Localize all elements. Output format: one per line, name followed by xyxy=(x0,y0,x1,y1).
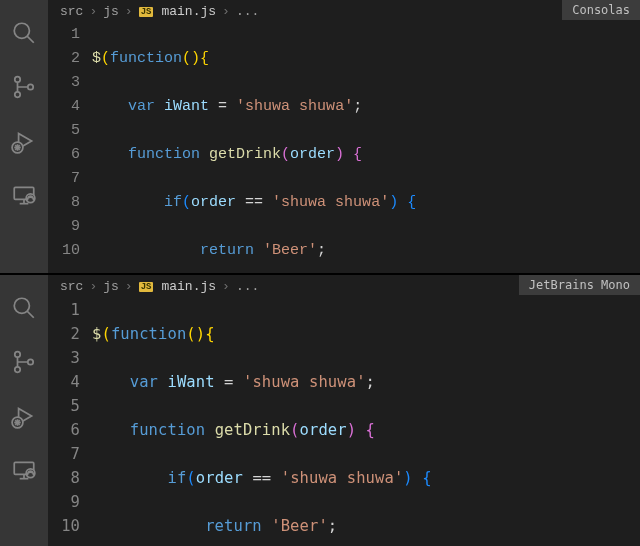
breadcrumb[interactable]: src › js › JS main.js › ... xyxy=(48,0,640,23)
breadcrumb-file[interactable]: main.js xyxy=(161,4,216,19)
svg-point-17 xyxy=(15,352,20,357)
source-control-icon[interactable] xyxy=(11,74,37,104)
breadcrumb-segment[interactable]: src xyxy=(60,279,83,294)
chevron-right-icon: › xyxy=(222,4,230,19)
svg-point-15 xyxy=(14,298,29,313)
font-label: Consolas xyxy=(562,0,640,20)
activity-bar xyxy=(0,275,48,546)
breadcrumb-symbol[interactable]: ... xyxy=(236,4,259,19)
js-file-icon: JS xyxy=(139,282,154,292)
svg-point-19 xyxy=(28,359,33,364)
line-number-gutter: 1 2 3 4 5 6 7 8 9 10 xyxy=(48,298,92,546)
breadcrumb-segment[interactable]: js xyxy=(103,279,119,294)
editor-pane-consolas: Consolas src › js › JS main.js › ... 1 2… xyxy=(0,0,640,273)
search-icon[interactable] xyxy=(11,20,37,50)
remote-icon[interactable] xyxy=(11,182,37,212)
svg-point-18 xyxy=(15,367,20,372)
breadcrumb-segment[interactable]: src xyxy=(60,4,83,19)
js-file-icon: JS xyxy=(139,7,154,17)
debug-icon[interactable] xyxy=(11,128,37,158)
svg-line-16 xyxy=(27,311,34,318)
breadcrumb-file[interactable]: main.js xyxy=(161,279,216,294)
code-editor[interactable]: JetBrains Mono src › js › JS main.js › .… xyxy=(48,275,640,546)
code-editor[interactable]: Consolas src › js › JS main.js › ... 1 2… xyxy=(48,0,640,273)
breadcrumb-segment[interactable]: js xyxy=(103,4,119,19)
chevron-right-icon: › xyxy=(89,4,97,19)
chevron-right-icon: › xyxy=(89,279,97,294)
svg-point-3 xyxy=(15,92,20,97)
breadcrumb-symbol[interactable]: ... xyxy=(236,279,259,294)
svg-line-1 xyxy=(27,36,34,43)
activity-bar xyxy=(0,0,48,273)
remote-icon[interactable] xyxy=(11,457,37,487)
font-label: JetBrains Mono xyxy=(519,275,640,295)
svg-point-0 xyxy=(14,23,29,38)
chevron-right-icon: › xyxy=(222,279,230,294)
debug-icon[interactable] xyxy=(11,403,37,433)
svg-point-4 xyxy=(28,84,33,89)
search-icon[interactable] xyxy=(11,295,37,325)
source-control-icon[interactable] xyxy=(11,349,37,379)
chevron-right-icon: › xyxy=(125,279,133,294)
chevron-right-icon: › xyxy=(125,4,133,19)
svg-point-2 xyxy=(15,77,20,82)
code-area[interactable]: 1 2 3 4 5 6 7 8 9 10 $(function(){ var i… xyxy=(48,298,640,546)
editor-pane-jetbrains: JetBrains Mono src › js › JS main.js › .… xyxy=(0,273,640,546)
code-content[interactable]: $(function(){ var iWant = 'shuwa shuwa';… xyxy=(92,298,640,546)
